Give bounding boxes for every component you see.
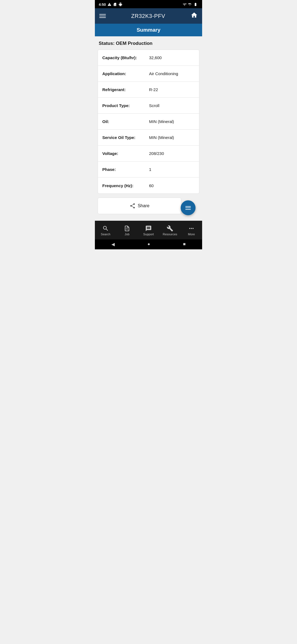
more-icon bbox=[188, 225, 195, 232]
table-row: Refrigerant: R-22 bbox=[98, 82, 199, 98]
row-value-0: 32,600 bbox=[149, 55, 195, 60]
back-button[interactable]: ◀ bbox=[111, 242, 115, 247]
summary-header: Summary bbox=[95, 24, 202, 36]
row-label-8: Frequency (Hz): bbox=[102, 183, 149, 188]
row-label-2: Refrigerant: bbox=[102, 87, 149, 92]
row-label-6: Voltage: bbox=[102, 151, 149, 156]
sim-icon bbox=[113, 2, 117, 6]
alert-icon bbox=[108, 2, 111, 6]
row-value-4: MIN (Mineral) bbox=[149, 119, 195, 124]
row-label-4: Oil: bbox=[102, 119, 149, 124]
status-bar-right bbox=[182, 2, 198, 6]
row-label-1: Application: bbox=[102, 71, 149, 76]
battery-icon bbox=[193, 2, 198, 6]
nav-item-support[interactable]: Support bbox=[138, 225, 159, 236]
nav-more-label: More bbox=[188, 233, 195, 236]
row-value-3: Scroll bbox=[149, 103, 195, 108]
table-row: Voltage: 208/230 bbox=[98, 146, 199, 162]
top-nav: ZR32K3-PFV bbox=[95, 8, 202, 24]
recents-button[interactable]: ■ bbox=[183, 242, 186, 247]
page-title: ZR32K3-PFV bbox=[131, 13, 165, 19]
search-icon bbox=[102, 225, 109, 232]
table-row: Oil: MIN (Mineral) bbox=[98, 114, 199, 130]
nav-item-resources[interactable]: Resources bbox=[159, 225, 181, 236]
nav-job-label: Job bbox=[125, 233, 130, 236]
nav-item-search[interactable]: Search bbox=[95, 225, 116, 236]
row-value-5: MIN (Mineral) bbox=[149, 135, 195, 140]
bottom-nav: Search Job Support Resources More bbox=[95, 221, 202, 239]
row-label-3: Product Type: bbox=[102, 103, 149, 108]
row-value-2: R-22 bbox=[149, 87, 195, 92]
support-icon bbox=[145, 225, 152, 232]
signal-icon bbox=[188, 2, 192, 6]
nav-support-label: Support bbox=[143, 233, 154, 236]
main-content: Status: OEM Production Capacity (Btu/hr)… bbox=[95, 36, 202, 221]
row-value-1: Air Conditioning bbox=[149, 71, 195, 76]
nav-item-more[interactable]: More bbox=[181, 225, 202, 236]
android-icon bbox=[119, 2, 122, 6]
hamburger-menu-button[interactable] bbox=[99, 14, 106, 18]
status-time: 4:50 bbox=[99, 2, 106, 7]
home-sys-button[interactable]: ● bbox=[147, 242, 150, 247]
nav-resources-label: Resources bbox=[163, 233, 177, 236]
status-bar-left: 4:50 bbox=[99, 2, 122, 7]
fab-menu-button[interactable] bbox=[181, 200, 196, 215]
share-button[interactable]: Share bbox=[98, 198, 181, 214]
share-icon bbox=[130, 203, 136, 209]
table-row: Service Oil Type: MIN (Mineral) bbox=[98, 130, 199, 146]
table-row: Phase: 1 bbox=[98, 162, 199, 178]
row-value-6: 208/230 bbox=[149, 151, 195, 156]
row-label-0: Capacity (Btu/hr): bbox=[102, 55, 149, 60]
status-label: Status: OEM Production bbox=[98, 41, 199, 46]
status-bar: 4:50 bbox=[95, 0, 202, 8]
table-row: Product Type: Scroll bbox=[98, 98, 199, 114]
nav-item-job[interactable]: Job bbox=[116, 225, 138, 236]
summary-label: Summary bbox=[137, 27, 161, 33]
share-label: Share bbox=[138, 203, 150, 208]
table-row: Frequency (Hz): 60 bbox=[98, 178, 199, 193]
system-nav: ◀ ● ■ bbox=[95, 239, 202, 249]
home-button[interactable] bbox=[191, 12, 198, 20]
resources-icon bbox=[167, 225, 173, 232]
row-value-8: 60 bbox=[149, 183, 195, 188]
fab-menu-icon bbox=[185, 206, 191, 210]
wifi-icon bbox=[182, 2, 187, 6]
nav-search-label: Search bbox=[101, 233, 111, 236]
job-icon bbox=[124, 225, 130, 232]
share-row-wrap: Share bbox=[98, 198, 199, 218]
table-row: Application: Air Conditioning bbox=[98, 66, 199, 82]
row-label-7: Phase: bbox=[102, 167, 149, 172]
table-row: Capacity (Btu/hr): 32,600 bbox=[98, 50, 199, 66]
row-value-7: 1 bbox=[149, 167, 195, 172]
data-card: Capacity (Btu/hr): 32,600 Application: A… bbox=[98, 50, 199, 194]
row-label-5: Service Oil Type: bbox=[102, 135, 149, 140]
